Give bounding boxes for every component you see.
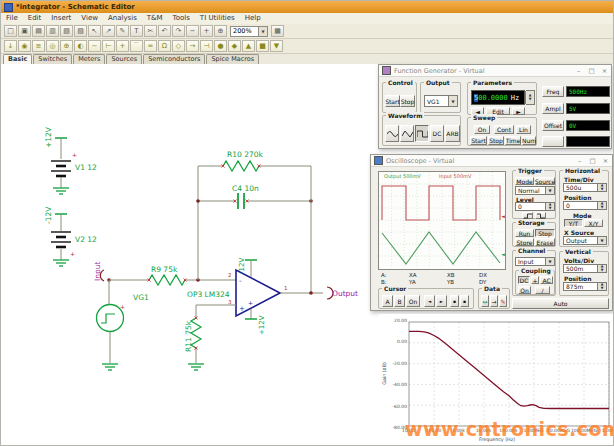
opamp-icon[interactable]: ⊣ <box>200 40 213 52</box>
output-trace-marker[interactable]: ◄ <box>501 252 505 257</box>
channel-select[interactable]: Input▼ <box>515 257 555 266</box>
oscilloscope-titlebar[interactable]: Oscilloscope - Virtual – □ × <box>371 155 612 167</box>
trigger-level-spinner[interactable]: 0▲▼ <box>515 202 555 211</box>
fuse-icon[interactable]: ▲ <box>242 40 255 52</box>
wire-pen-icon[interactable]: ✎ <box>116 25 129 37</box>
cursor-b-button[interactable]: B <box>394 295 405 307</box>
meter-icon[interactable]: ◐ <box>74 40 87 52</box>
battery-v2[interactable]: -12V + V2 12 <box>44 206 97 266</box>
resistor-icon[interactable]: ~ <box>88 40 101 52</box>
chevron-down-icon[interactable]: ▼ <box>545 258 554 265</box>
trigger-mode-select[interactable]: Normal▼ <box>515 186 555 195</box>
sweep-on-button[interactable]: On <box>474 125 490 134</box>
channel-on-button[interactable]: On <box>518 286 531 294</box>
coupling-gnd-button[interactable]: + <box>531 276 539 284</box>
component-tab[interactable]: Basic <box>3 54 32 64</box>
blank-readout-button[interactable] <box>542 136 564 147</box>
close-icon[interactable]: × <box>598 66 611 76</box>
sweep-cont-button[interactable]: Cont <box>494 125 514 134</box>
battery-icon[interactable]: ◉ <box>18 40 31 52</box>
chevron-down-icon[interactable]: ▼ <box>258 27 267 36</box>
frequency-spinner[interactable]: ▲▼ <box>526 90 535 105</box>
fg-stop-button[interactable]: Stop <box>400 95 415 107</box>
zoom-select[interactable]: 200% ▼ <box>230 26 268 37</box>
storage-run-button[interactable]: Run <box>515 229 534 237</box>
voltage-source-icon[interactable]: ≡ <box>32 40 45 52</box>
chevron-down-icon[interactable]: ▼ <box>597 237 606 244</box>
chevron-down-icon[interactable]: ▼ <box>448 96 457 106</box>
data-export-icon[interactable]: ↔ <box>481 295 489 307</box>
data-edit-icon[interactable]: ✎ <box>499 295 507 307</box>
menu-item[interactable]: Insert <box>46 13 76 24</box>
cursor-right-button[interactable]: ► <box>436 295 447 307</box>
maximize-icon[interactable]: □ <box>585 66 598 76</box>
menu-item[interactable]: View <box>76 13 103 24</box>
generator-vg1[interactable]: + VG1 <box>97 278 149 370</box>
component-tab[interactable]: Meters <box>73 54 105 64</box>
trigger-source-button[interactable]: Source <box>535 177 555 185</box>
h-position-spinner[interactable]: 0▲▼ <box>563 201 607 210</box>
sweep-start-button[interactable]: Start <box>470 136 487 145</box>
zoom-in-icon[interactable]: + <box>200 25 213 37</box>
capacitor-icon[interactable]: + <box>116 40 129 52</box>
current-source-icon[interactable]: ◎ <box>46 40 59 52</box>
cursor-left-button[interactable]: ◄ <box>424 295 435 307</box>
storage-store-button[interactable]: Store <box>515 238 534 246</box>
data-copy-icon[interactable]: → <box>490 295 498 307</box>
input-trace-marker[interactable]: ◄ <box>501 214 505 219</box>
fg-start-button[interactable]: Start <box>385 95 400 107</box>
undo-icon[interactable]: ↶ <box>158 25 171 37</box>
channel-ramp-button[interactable]: / <box>535 286 550 294</box>
menu-item[interactable]: T&M <box>142 13 168 24</box>
print-icon[interactable]: ▥ <box>46 25 59 37</box>
resistor-r10[interactable]: R10 270k <box>198 150 311 171</box>
capacitor-c4[interactable]: C4 10n <box>196 184 313 209</box>
component-tab[interactable]: Sources <box>106 54 142 64</box>
mode-yt-button[interactable]: Y/T <box>564 219 583 227</box>
digit-right-button[interactable]: ► <box>512 107 525 115</box>
v-position-spinner[interactable]: 875m▲▼ <box>563 282 607 291</box>
resistor-r9[interactable]: R9 75k <box>109 265 236 285</box>
text-tool-icon[interactable]: T <box>130 25 143 37</box>
ic-pins-icon[interactable]: ▦ <box>271 25 284 37</box>
menu-item[interactable]: Help <box>240 13 266 24</box>
function-generator-titlebar[interactable]: Function Generator - Virtual – □ × <box>379 65 611 77</box>
close-icon[interactable]: × <box>599 156 612 166</box>
dc-button[interactable]: DC <box>430 125 444 142</box>
cursor-on-button[interactable]: On <box>406 295 420 307</box>
select-arrow-icon[interactable]: ↖ <box>88 25 101 37</box>
arb-button[interactable]: ARB <box>445 125 460 142</box>
select-alt-icon[interactable]: ↗ <box>102 25 115 37</box>
switch-icon[interactable]: = <box>144 40 157 52</box>
socket-icon[interactable]: ● <box>214 40 227 52</box>
rising-edge-button[interactable] <box>522 212 533 219</box>
magnifier-icon[interactable]: ⊕ <box>214 25 227 37</box>
transistor-icon[interactable]: → <box>186 40 199 52</box>
redo-icon[interactable]: ↷ <box>172 25 185 37</box>
component-tab[interactable]: Semiconductors <box>143 54 205 64</box>
sweep-num-button[interactable]: Num <box>522 136 536 145</box>
relay-icon[interactable]: Ω <box>158 40 171 52</box>
component-tab[interactable]: Spice Macros <box>206 54 259 64</box>
generator-icon[interactable]: ⊕ <box>60 40 73 52</box>
sweep-stop-button[interactable]: Stop <box>488 136 504 145</box>
menu-item[interactable]: Edit <box>23 13 47 24</box>
menu-item[interactable]: TI Utilities <box>195 13 240 24</box>
cursor-a-button[interactable]: A <box>382 295 393 307</box>
fg-output-select[interactable]: VG1▼ <box>424 95 458 107</box>
mode-xy-button[interactable]: X/Y <box>584 219 603 227</box>
sweep-lin-button[interactable]: Lin <box>516 125 531 134</box>
storage-erase-button[interactable]: Erase <box>535 238 555 246</box>
maximize-icon[interactable]: □ <box>586 156 599 166</box>
led-icon[interactable]: ■ <box>256 40 269 52</box>
chevron-down-icon[interactable]: ▼ <box>545 187 554 194</box>
menu-item[interactable]: Analysis <box>103 13 142 24</box>
paste-icon[interactable]: ▧ <box>74 25 87 37</box>
minimize-icon[interactable]: – <box>573 156 586 166</box>
cursor-last-button[interactable]: ▪ <box>460 295 469 307</box>
open-icon[interactable]: ▣ <box>18 25 31 37</box>
save-icon[interactable]: ▤ <box>32 25 45 37</box>
freq-readout-button[interactable]: Freq <box>542 86 564 97</box>
battery-v1[interactable]: +12V + V1 12 <box>44 126 97 194</box>
diode-icon[interactable]: ◇ <box>172 40 185 52</box>
